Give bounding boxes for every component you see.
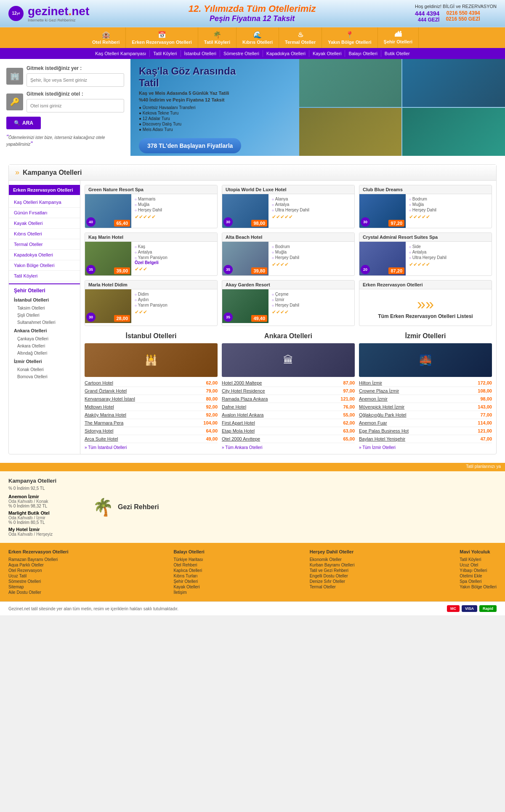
hotel-image: 30 97,20 xyxy=(359,194,406,228)
footer-link[interactable]: Denize Sıfır Oteller xyxy=(310,579,355,584)
sidebar-sehir-title: Şehir Otelleri xyxy=(9,283,80,295)
footer-link[interactable]: Kaplıca Otelleri xyxy=(173,568,204,573)
search-hotel-input[interactable] xyxy=(27,99,124,112)
hotel-link[interactable]: The Marmara Pera xyxy=(85,420,123,425)
footer-link[interactable]: Türkiye Haritası xyxy=(173,557,204,562)
sidebar-tatil[interactable]: Tatil Köyleri xyxy=(9,271,80,281)
subnav-butik[interactable]: Butik Oteller xyxy=(381,50,413,57)
sidebar-kas[interactable]: Kaş Otelleri Kampanya xyxy=(9,197,80,208)
footer-link[interactable]: Sömestre Otelleri xyxy=(8,579,68,584)
footer-link[interactable]: Kayak Otelleri xyxy=(173,584,204,590)
sidebar-sultanahmet[interactable]: Sultanahmet Otelleri xyxy=(9,319,80,326)
subnav-balay[interactable]: Balayı Otelleri xyxy=(345,50,381,57)
hotel-link[interactable]: First Apart Hotel xyxy=(222,420,255,425)
nav-kibris[interactable]: 🌊Kıbrıs Otelleri xyxy=(237,27,279,48)
footer-link[interactable]: Aqua Parklı Oteller xyxy=(8,562,68,568)
sidebar-taksim[interactable]: Taksim Otelleri xyxy=(9,304,80,312)
footer-link[interactable]: Yılbaşı Otelleri xyxy=(460,568,497,573)
footer-link[interactable]: Ucuz Otel xyxy=(460,562,497,568)
hotel-link[interactable]: Crowne Plaza İzmir xyxy=(359,388,399,393)
nav-tatil-koyleri[interactable]: 🌴Tatil Köyleri xyxy=(198,27,237,48)
sidebar-ankara[interactable]: Ankara Otelleri xyxy=(9,342,80,350)
hotel-link[interactable]: Dafne Hotel xyxy=(222,404,246,409)
subnav-kas[interactable]: Kaş Otelleri Kampanyası xyxy=(92,50,150,57)
hotel-link[interactable]: Mövenpick Hotel İzmir xyxy=(359,404,404,409)
footer-link[interactable]: Otel Rezervasyon xyxy=(8,568,68,573)
hotel-link[interactable]: Kervansaray Hotel İstanl xyxy=(85,396,135,401)
hotel-feature: Didim xyxy=(135,291,214,297)
footer-link[interactable]: Tatil ve Gezi Rehberi xyxy=(310,568,355,573)
nav-otel-rehberi[interactable]: 🏨Otel Rehberi xyxy=(86,27,126,48)
city-hotel-row: Ramada Plaza Ankara 121,00 xyxy=(222,395,355,403)
sidebar-yakin[interactable]: Yakın Bölge Otelleri xyxy=(9,260,80,271)
nav-termal[interactable]: ♨Termal Oteller xyxy=(279,27,322,48)
nav-erken-rezervasyon[interactable]: 📅Erken Rezervasyon Otelleri xyxy=(126,27,198,48)
campaign-header: » Kampanya Otelleri xyxy=(9,165,496,181)
footer-link[interactable]: Tatil Köyleri xyxy=(460,557,497,562)
subnav-kapadokya[interactable]: Kapadokya Otelleri xyxy=(263,50,309,57)
footer-link[interactable]: Engelli Dostu Oteller xyxy=(310,573,355,579)
search-location-input[interactable] xyxy=(27,73,124,87)
nav-sehir[interactable]: 🏙Şehir Otelleri xyxy=(378,27,419,48)
visa-icon: VISA xyxy=(462,605,477,612)
sidebar-kapadokya[interactable]: Kapadokya Otelleri xyxy=(9,250,80,260)
hotel-link[interactable]: Hotel 2000 Maltepe xyxy=(222,380,262,385)
subnav-istanbul[interactable]: İstanbul Otelleri xyxy=(181,50,220,57)
hotel-link[interactable]: Etap Mola Hotel xyxy=(222,428,255,433)
footer-link[interactable]: İletişim xyxy=(173,590,204,595)
sidebar-altindag[interactable]: Altındağ Otelleri xyxy=(9,350,80,357)
footer-col-2: Balayı Otelleri Türkiye Haritası Otel Re… xyxy=(173,549,204,595)
hotel-price: 79,00 xyxy=(206,388,218,393)
sidebar-kayak[interactable]: Kayak Otelleri xyxy=(9,218,80,229)
hotel-price: 65,40 xyxy=(114,220,130,227)
footer-link[interactable]: Termal Oteller xyxy=(310,584,355,590)
hotel-card-erken-promo[interactable]: Erken Rezervasyon Otelleri »» Tüm Erken … xyxy=(359,280,492,326)
hotel-link[interactable]: Hilton İzmir xyxy=(359,380,382,385)
nav-yakin-bolge[interactable]: 📍Yakın Bölge Otelleri xyxy=(322,27,377,48)
hotel-link[interactable]: Baylan Hotel Yenişehir xyxy=(359,436,405,441)
footer-link[interactable]: Spa Otelleri xyxy=(460,579,497,584)
footer-link[interactable]: Ekonomik Oteller xyxy=(310,557,355,562)
footer-link[interactable]: Şehir Otelleri xyxy=(173,579,204,584)
footer-link[interactable]: Aile Dostu Oteller xyxy=(8,590,68,595)
istanbul-more-link[interactable]: » Tüm İstanbul Otelleri xyxy=(85,445,218,450)
hotel-link[interactable]: Otel 2000 Anıttepe xyxy=(222,436,260,441)
hotel-link[interactable]: Sidonya Hotel xyxy=(85,428,114,433)
subnav-somestre[interactable]: Sömestre Otelleri xyxy=(220,50,263,57)
sidebar-konak[interactable]: Konak Otelleri xyxy=(9,366,80,373)
sidebar-termal[interactable]: Termal Oteller xyxy=(9,239,80,250)
hotel-link[interactable]: Ataköy Marina Hotel xyxy=(85,412,126,417)
footer-link[interactable]: Otel Rehberi xyxy=(173,562,204,568)
hotel-link[interactable]: Midtown Hotel xyxy=(85,404,114,409)
sidebar-gunun[interactable]: Günün Fırsatları xyxy=(9,208,80,218)
footer-link[interactable]: Kıbrıs Turları xyxy=(173,573,204,579)
footer-link[interactable]: Sitemap xyxy=(8,584,68,590)
hotel-link[interactable]: Anemon İzmir xyxy=(359,396,388,401)
sidebar-cankaya[interactable]: Çankaya Otelleri xyxy=(9,335,80,342)
hotel-link[interactable]: Ramada Plaza Ankara xyxy=(222,396,268,401)
footer-link[interactable]: Otelimi Ekle xyxy=(460,573,497,579)
footer-link[interactable]: Yakın Bölge Otelleri xyxy=(460,584,497,590)
search-button[interactable]: 🔍 ARA xyxy=(6,117,41,129)
footer-link[interactable]: Ucuz Tatil xyxy=(8,573,68,579)
hero-cta-button[interactable]: 378 TL'den Başlayan Fiyatlarla xyxy=(139,138,241,153)
hotel-link[interactable]: Oğlakçıoğlu Park Hotel xyxy=(359,412,407,417)
sidebar-kibris[interactable]: Kıbrıs Otelleri xyxy=(9,229,80,239)
footer-link[interactable]: Kurban Bayramı Otelleri xyxy=(310,562,355,568)
hotel-link[interactable]: Arca Suite Hotel xyxy=(85,436,118,441)
hotel-link[interactable]: Anemon Fuar xyxy=(359,420,387,425)
hotel-link[interactable]: Avalon Hotel Ankara xyxy=(222,412,263,417)
izmir-more-link[interactable]: » Tüm İzmir Otelleri xyxy=(359,445,492,450)
list-item: ● Meis Adası Turu xyxy=(139,127,257,132)
hotel-link[interactable]: Cartoon Hotel xyxy=(85,380,113,385)
hotel-link[interactable]: Ege Palas Business Hot xyxy=(359,428,409,433)
sidebar-bornova[interactable]: Bornova Otelleri xyxy=(9,373,80,380)
subnav-tatil[interactable]: Tatil Köyleri xyxy=(150,50,181,57)
ankara-more-link[interactable]: » Tüm Ankara Otelleri xyxy=(222,445,355,450)
hotel-link[interactable]: Grand Öztanık Hotel xyxy=(85,388,127,393)
hotel-info: Marmaris Muğla Herşey Dahil ✔✔✔✔✔ xyxy=(131,194,217,228)
hotel-link[interactable]: City Hotel Residence xyxy=(222,388,265,393)
footer-link[interactable]: Ramazan Bayramı Otelleri xyxy=(8,557,68,562)
subnav-kayak[interactable]: Kayak Otelleri xyxy=(309,50,345,57)
sidebar-sisli[interactable]: Şişli Otelleri xyxy=(9,312,80,319)
